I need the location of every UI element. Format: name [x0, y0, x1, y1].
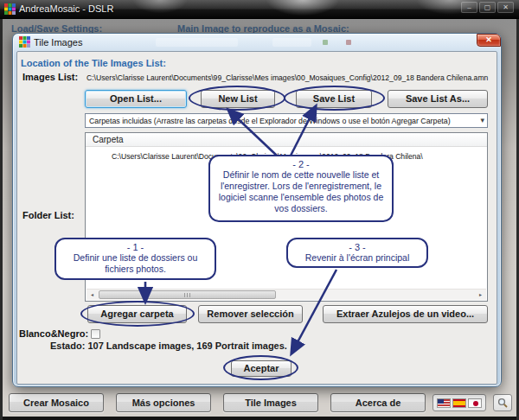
window-controls: – ▢ ✕ [461, 2, 514, 13]
glass-reflection [156, 38, 238, 47]
dialog-title: Tile Images [34, 37, 82, 48]
minimize-icon[interactable]: – [461, 2, 477, 13]
us-flag-icon [437, 398, 451, 408]
extraer-azulejos-button[interactable]: Extraer Azulejos de un video... [323, 305, 488, 323]
images-list-label: Images List: [22, 72, 78, 82]
note-text: Definir une liste de dossiers ou fichier… [56, 252, 215, 275]
annotation-note-2: - 2 - Définir le nom de cette nouvelle l… [208, 155, 394, 222]
annotation-oval-agregar-carpeta [80, 301, 195, 327]
folder-list-label: Folder List: [22, 210, 74, 220]
mas-opciones-button[interactable]: Más opciones [116, 393, 211, 412]
note-number: - 1 - [56, 242, 215, 252]
glass-reflection [346, 40, 351, 45]
note-text: Revenir à l'écran principal [288, 252, 426, 264]
crear-mosaico-button[interactable]: Crear Mosaico [9, 393, 104, 412]
open-list-button[interactable]: Open List... [85, 90, 187, 108]
remover-seleccion-button[interactable]: Remover selección [198, 305, 303, 323]
blanco-negro-checkbox[interactable] [91, 329, 100, 339]
glass-reflection [323, 40, 328, 45]
chevron-down-icon: ▾ [480, 116, 484, 124]
note-number: - 3 - [288, 242, 426, 252]
dialog-body: Location of the Tile Images List: Images… [16, 51, 497, 385]
images-list-path: C:\Users\Clarisse Laurent\Documents\99_C… [86, 73, 488, 82]
section-heading: Location of the Tile Images List: [21, 58, 166, 68]
status-label: Estado: [50, 340, 85, 351]
window-title: AndreaMosaic - DSLR [19, 3, 113, 14]
magnifier-icon [497, 398, 509, 409]
tile-images-dialog: Tile Images ✕ Location of the Tile Image… [12, 33, 502, 387]
scroll-left-icon[interactable]: ◂ [86, 290, 98, 300]
close-icon[interactable]: ✕ [497, 2, 514, 13]
status-row: Estado: 107 Landscape images, 169 Portra… [50, 340, 287, 351]
blanco-negro-label: Blanco&Negro: [19, 328, 88, 339]
magnifier-button[interactable] [493, 394, 512, 411]
annotation-oval-aceptar [223, 355, 298, 380]
status-value: 107 Landscape images, 169 Portrait image… [87, 340, 287, 351]
annotation-note-3: - 3 - Revenir à l'écran principal [286, 238, 428, 268]
main-window: AndreaMosaic - DSLR – ▢ ✕ Load/Save Sett… [0, 0, 519, 420]
dropdown-selected-value: Carpetas incluidas (Arrastre las carpeta… [89, 117, 451, 125]
scrollbar-thumb[interactable] [99, 290, 276, 299]
dialog-close-icon[interactable]: ✕ [477, 34, 501, 47]
folder-mode-dropdown[interactable]: Carpetas incluidas (Arrastre las carpeta… [85, 113, 488, 128]
annotation-note-1: - 1 - Definir une liste de dossiers ou f… [54, 238, 216, 280]
scroll-right-icon[interactable]: ▸ [475, 290, 486, 300]
language-flags-button[interactable] [432, 394, 486, 411]
note-number: - 2 - [210, 159, 392, 169]
glass-reflection [272, 38, 311, 47]
japan-flag-icon [468, 398, 482, 408]
tile-images-button[interactable]: Tile Images [223, 393, 318, 412]
acerca-de-button[interactable]: Acerca de [330, 393, 426, 412]
dialog-titlebar[interactable]: Tile Images ✕ [13, 34, 501, 51]
horizontal-scrollbar[interactable]: ◂ ▸ [86, 289, 486, 300]
column-header-carpeta[interactable]: Carpeta [86, 133, 487, 147]
spain-flag-icon [452, 398, 466, 408]
save-list-as-button[interactable]: Save List As... [388, 90, 488, 108]
dialog-mosaic-icon [19, 36, 30, 48]
window-titlebar[interactable]: AndreaMosaic - DSLR – ▢ ✕ [0, 0, 519, 19]
maximize-icon[interactable]: ▢ [479, 2, 496, 13]
note-text: Définir le nom de cette nouvelle liste e… [210, 169, 392, 215]
app-mosaic-icon [4, 3, 16, 15]
annotation-oval-save-list [284, 86, 385, 111]
annotation-oval-new-list [189, 86, 285, 111]
scrollbar-grip [184, 293, 191, 297]
